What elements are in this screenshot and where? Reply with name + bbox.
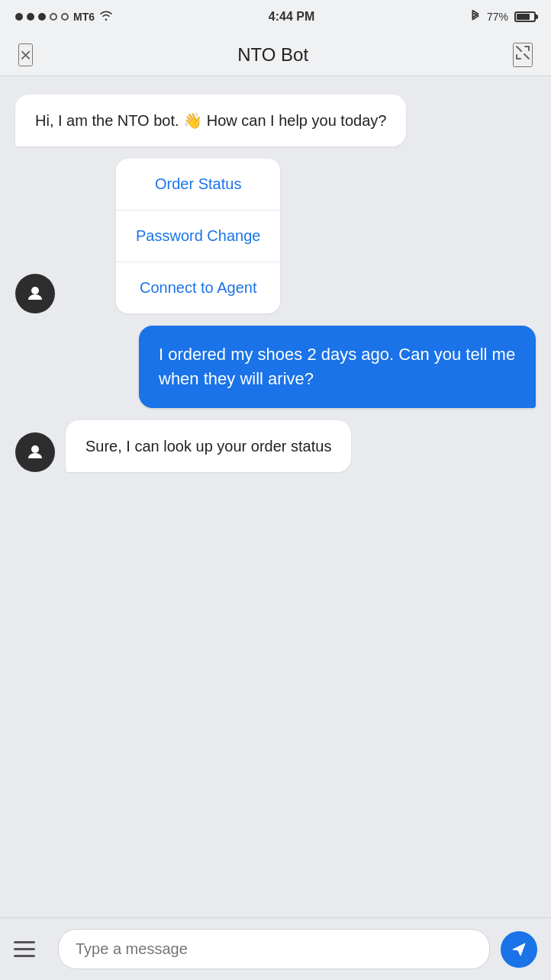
message-input-wrap (58, 929, 490, 969)
page-title: NTO Bot (237, 44, 308, 66)
user-message-row: I ordered my shoes 2 days ago. Can you t… (15, 326, 536, 408)
status-bar: MT6 4:44 PM 77% (0, 0, 551, 34)
order-status-button[interactable]: Order Status (116, 159, 280, 210)
hamburger-button[interactable] (14, 933, 47, 966)
bot-message-text: Hi, I am the NTO bot. 👋 How can I help y… (35, 112, 386, 129)
bot-message-row: Hi, I am the NTO bot. 👋 How can I help y… (15, 95, 536, 146)
hamburger-line-3 (14, 955, 35, 957)
expand-button[interactable] (513, 43, 533, 67)
dot3 (38, 13, 46, 21)
bot-message-text-2: Sure, I can look up your order status (85, 438, 331, 455)
battery-fill (517, 14, 530, 20)
connect-agent-button[interactable]: Connect to Agent (116, 262, 280, 313)
hamburger-line-1 (14, 941, 35, 943)
quick-replies-container: Order Status Password Change Connect to … (116, 159, 280, 313)
send-icon (510, 940, 528, 959)
password-change-button[interactable]: Password Change (116, 210, 280, 262)
chat-area: Hi, I am the NTO bot. 👋 How can I help y… (0, 76, 551, 917)
wifi-icon (99, 10, 113, 24)
dot4 (50, 13, 57, 21)
bot-avatar-2 (15, 432, 55, 472)
svg-point-1 (31, 445, 39, 453)
carrier-text: MT6 (73, 11, 95, 23)
status-left: MT6 (15, 10, 113, 24)
status-right: 77% (470, 9, 536, 25)
hamburger-line-2 (14, 948, 35, 950)
dot1 (15, 13, 23, 21)
battery-icon (514, 11, 536, 22)
bluetooth-icon (470, 9, 481, 25)
message-input[interactable] (76, 940, 472, 958)
send-button[interactable] (501, 931, 537, 968)
quick-reply-row: Order Status Password Change Connect to … (15, 159, 536, 313)
dot5 (61, 13, 69, 21)
signal-dots (15, 13, 69, 21)
user-bubble: I ordered my shoes 2 days ago. Can you t… (139, 326, 536, 408)
bot-bubble-2: Sure, I can look up your order status (66, 420, 351, 472)
dot2 (27, 13, 34, 21)
bot-bubble: Hi, I am the NTO bot. 👋 How can I help y… (15, 95, 406, 146)
status-time: 4:44 PM (269, 10, 314, 24)
input-bar (0, 917, 551, 980)
close-button[interactable]: × (18, 43, 33, 66)
bot-avatar (15, 274, 55, 313)
battery-percent: 77% (487, 11, 508, 23)
svg-point-0 (31, 287, 39, 294)
user-message-text: I ordered my shoes 2 days ago. Can you t… (159, 345, 515, 388)
nav-bar: × NTO Bot (0, 34, 551, 76)
bot-message-row-2: Sure, I can look up your order status (15, 420, 536, 472)
